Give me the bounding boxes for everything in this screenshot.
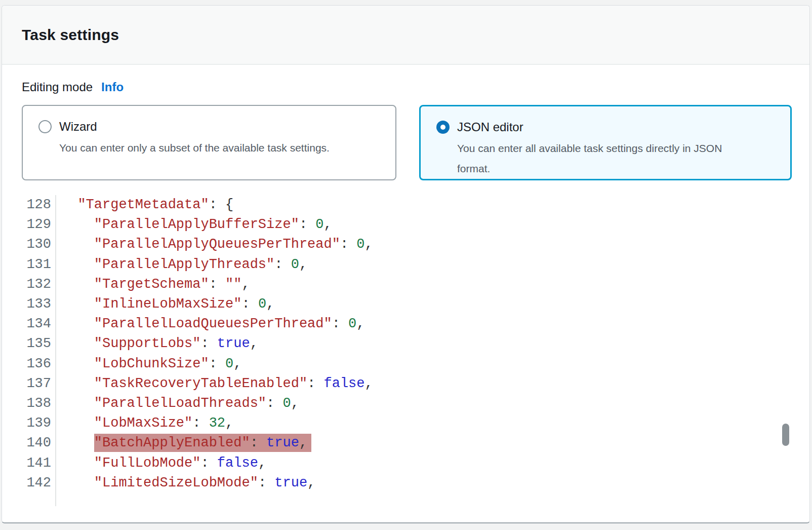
option-text: Wizard You can enter only a subset of th… — [59, 119, 330, 158]
code-text: "LobChunkSize": 0, — [61, 354, 241, 374]
line-number: 140 — [2, 433, 56, 453]
code-text: "ParallelLoadThreads": 0, — [61, 394, 299, 413]
code-text: "ParallelApplyQueuesPerThread": 0, — [61, 235, 373, 254]
line-number: 141 — [2, 453, 56, 473]
scrollbar-thumb[interactable] — [782, 424, 789, 446]
code-line[interactable]: 140 "BatchApplyEnabled": true, — [2, 433, 791, 453]
line-number: 137 — [2, 374, 56, 394]
line-number: 133 — [2, 294, 56, 314]
code-line[interactable]: 131 "ParallelApplyThreads": 0, — [2, 255, 791, 275]
code-text: "ParallelApplyThreads": 0, — [61, 255, 307, 275]
code-line[interactable]: 133 "InlineLobMaxSize": 0, — [2, 294, 791, 314]
line-number: 130 — [2, 235, 56, 254]
option-title: Wizard — [59, 119, 330, 135]
code-text: "TargetMetadata": { — [61, 195, 233, 215]
code-line[interactable]: 136 "LobChunkSize": 0, — [2, 354, 791, 374]
code-line[interactable]: 134 "ParallelLoadQueuesPerThread": 0, — [2, 314, 791, 334]
option-tile-wizard[interactable]: Wizard You can enter only a subset of th… — [22, 105, 396, 180]
line-number: 139 — [2, 413, 56, 433]
line-number: 134 — [2, 314, 56, 334]
editing-mode-options: Wizard You can enter only a subset of th… — [22, 105, 792, 180]
code-text: "ParallelLoadQueuesPerThread": 0, — [61, 314, 365, 334]
code-line[interactable]: 129 "ParallelApplyBufferSize": 0, — [2, 215, 791, 235]
code-line-empty[interactable] — [2, 493, 791, 506]
panel-header: Task settings — [2, 6, 809, 65]
option-text: JSON editor You can enter all available … — [457, 119, 722, 179]
radio-selected-icon[interactable] — [436, 121, 450, 134]
code-line[interactable]: 132 "TargetSchema": "", — [2, 275, 791, 294]
code-text: "TaskRecoveryTableEnabled": false, — [61, 374, 373, 394]
code-line[interactable]: 138 "ParallelLoadThreads": 0, — [2, 394, 791, 413]
code-text: "ParallelApplyBufferSize": 0, — [61, 215, 332, 235]
line-number: 136 — [2, 354, 56, 374]
code-text: "TargetSchema": "", — [61, 275, 250, 294]
line-number: 132 — [2, 275, 56, 294]
code-text: "LimitedSizeLobMode": true, — [61, 473, 315, 493]
line-number: 135 — [2, 334, 56, 354]
code-line[interactable]: 128 "TargetMetadata": { — [2, 195, 791, 215]
option-tile-json-editor[interactable]: JSON editor You can enter all available … — [419, 105, 792, 180]
code-line[interactable]: 137 "TaskRecoveryTableEnabled": false, — [2, 374, 791, 394]
code-text: "SupportLobs": true, — [61, 334, 258, 354]
code-line[interactable]: 139 "LobMaxSize": 32, — [2, 413, 791, 433]
code-line[interactable]: 141 "FullLobMode": false, — [2, 453, 791, 473]
json-code-editor[interactable]: 128 "TargetMetadata": {129 "ParallelAppl… — [2, 195, 791, 506]
line-number: 138 — [2, 394, 56, 413]
code-line[interactable]: 135 "SupportLobs": true, — [2, 334, 791, 354]
code-text: "InlineLobMaxSize": 0, — [61, 294, 274, 314]
line-number: 131 — [2, 255, 56, 275]
code-text: "LobMaxSize": 32, — [61, 413, 233, 433]
option-description: You can enter only a subset of the avail… — [59, 138, 330, 158]
option-title: JSON editor — [457, 119, 722, 135]
option-description-line-1: You can enter all available task setting… — [457, 138, 722, 159]
code-line[interactable]: 130 "ParallelApplyQueuesPerThread": 0, — [2, 235, 791, 254]
line-number: 142 — [2, 473, 56, 493]
code-line[interactable]: 142 "LimitedSizeLobMode": true, — [2, 473, 791, 493]
line-number: 129 — [2, 215, 56, 235]
editing-mode-row: Editing mode Info — [22, 80, 124, 94]
radio-unselected-icon[interactable] — [38, 120, 52, 133]
task-settings-panel: Task settings Editing mode Info Wizard Y… — [2, 5, 810, 523]
option-description-line-2: format. — [457, 159, 722, 179]
info-link[interactable]: Info — [101, 80, 124, 94]
line-number: 128 — [2, 195, 56, 215]
code-text: "FullLobMode": false, — [61, 453, 266, 473]
radio-dot — [440, 125, 445, 130]
code-text: "BatchApplyEnabled": true, — [61, 433, 311, 453]
page-title: Task settings — [22, 26, 119, 44]
editing-mode-label: Editing mode — [22, 80, 93, 94]
highlighted-code: "BatchApplyEnabled": true, — [94, 434, 311, 452]
